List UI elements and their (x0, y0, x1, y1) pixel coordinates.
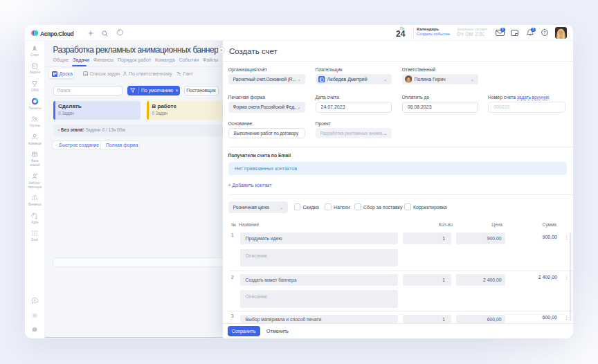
svg-text:?: ? (543, 30, 546, 35)
